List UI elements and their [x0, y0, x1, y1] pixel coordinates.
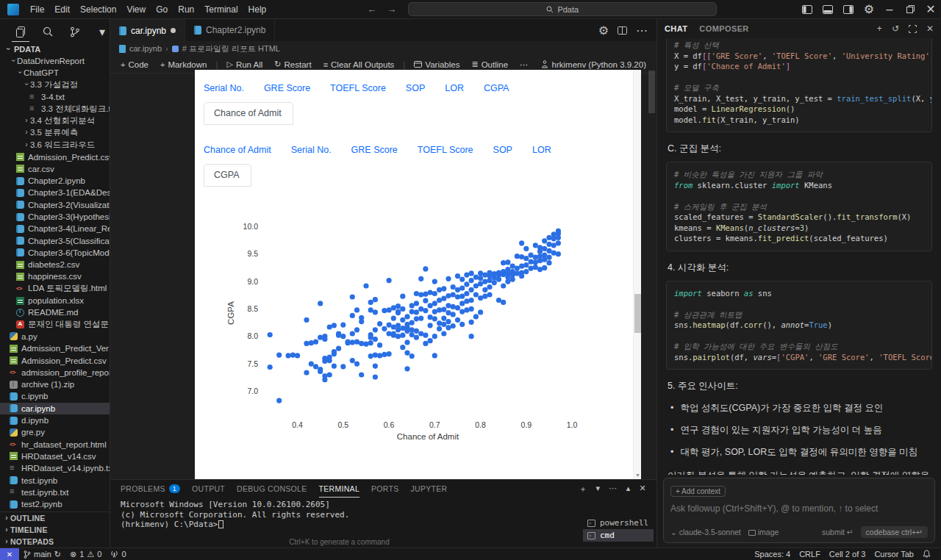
- tree-item-chapter3-4_linear_regre...[interactable]: Chapter3-4(Linear_Regre...: [0, 223, 110, 234]
- tree-item-chapter3-6_topicmodeli...[interactable]: Chapter3-6(TopicModeli...: [0, 247, 110, 259]
- menu-run[interactable]: Run: [173, 0, 199, 19]
- maximize-panel-icon[interactable]: ▴: [626, 484, 631, 495]
- report-tab-link-serial-no-[interactable]: Serial No.: [291, 142, 332, 158]
- close-panel-icon[interactable]: ✕: [639, 484, 646, 495]
- tree-item-3-4.txt[interactable]: 3-4.txt: [0, 91, 110, 103]
- tree-item-chapter3-5_classification...[interactable]: Chapter3-5(Classification...: [0, 234, 110, 246]
- tree-item-archive__1_.zip[interactable]: archive (1).zip: [0, 378, 110, 390]
- more-actions-icon[interactable]: ⋯: [636, 24, 648, 37]
- status-cursor-tab[interactable]: Cursor Tab: [870, 548, 918, 560]
- toolbar-more-icon[interactable]: ⋯: [515, 58, 533, 71]
- panel-more-icon[interactable]: ⋯: [609, 484, 617, 495]
- terminal-body[interactable]: Microsoft Windows [Version 10.0.26100.26…: [110, 498, 656, 548]
- clear-all-outputs-button[interactable]: ≡Clear All Outputs: [319, 59, 399, 71]
- toggle-panel-icon[interactable]: [817, 0, 838, 19]
- tree-item-chapter3-3_hypothesis_t...[interactable]: Chapter3-3(Hypothesis_t...: [0, 211, 110, 223]
- report-tab-link-gre-score[interactable]: GRE Score: [264, 80, 310, 96]
- menu-selection[interactable]: Selection: [75, 0, 121, 19]
- window-close-button[interactable]: ✕: [920, 0, 941, 19]
- breadcrumb-cell[interactable]: # 프로파일링 리포트 HTML: [182, 43, 280, 54]
- scroll-down-arrow-icon[interactable]: ▼: [635, 473, 640, 478]
- shell-item-cmd[interactable]: >cmd: [583, 529, 654, 542]
- tree-item-population.xlsx[interactable]: population.xlsx: [0, 295, 110, 306]
- problems-item[interactable]: ⊗1 ⚠0: [65, 548, 106, 560]
- tree-item-3.3_______.txt[interactable]: 3.3 전체대화링크.txt: [0, 103, 110, 115]
- tree-item-diabetes2.csv[interactable]: diabetes2.csv: [0, 259, 110, 270]
- tree-item-happiness.csv[interactable]: happiness.csv: [0, 270, 110, 282]
- model-selector[interactable]: ⌄ claude-3.5-sonnet: [670, 528, 741, 536]
- report-active-tab-cgpa[interactable]: CGPA: [204, 164, 251, 187]
- report-tab-link-chance-of-admit[interactable]: Chance of Admit: [204, 142, 271, 158]
- menu-go[interactable]: Go: [151, 0, 173, 19]
- tab-composer[interactable]: COMPOSER: [699, 24, 748, 33]
- tree-item-chapter2.ipynb[interactable]: Chapter2.ipynb: [0, 175, 110, 187]
- tree-item-a.py[interactable]: a.py: [0, 331, 110, 342]
- remote-indicator[interactable]: ✕: [0, 548, 19, 560]
- tree-item-3.3_____[interactable]: ›3.3 가설검정: [0, 79, 110, 91]
- expand-chat-icon[interactable]: [909, 25, 917, 33]
- tree-item-c.ipynb[interactable]: c.ipynb: [0, 390, 110, 402]
- tree-item-datadrivenreport[interactable]: ›DataDrivenReport: [0, 55, 110, 67]
- tree-item-lda______.html[interactable]: LDA 토픽모델링.html: [0, 283, 110, 295]
- search-icon[interactable]: [40, 24, 55, 39]
- tree-item-gre.py[interactable]: gre.py: [0, 426, 110, 438]
- window-restore-button[interactable]: [900, 0, 920, 19]
- tab-chat[interactable]: CHAT: [665, 24, 687, 33]
- report-tab-link-sop[interactable]: SOP: [493, 142, 512, 158]
- sync-icon[interactable]: ↻: [54, 550, 61, 559]
- chat-history-icon[interactable]: ↺: [892, 24, 899, 34]
- notifications-bell-icon[interactable]: [918, 548, 935, 560]
- tree-item-_____________...[interactable]: 문재인 대통령 연설문 선...: [0, 319, 110, 331]
- sidebar-section-timeline[interactable]: ›TIMELINE: [0, 524, 110, 536]
- sidebar-section-outline[interactable]: ›OUTLINE: [0, 512, 110, 524]
- add-markdown-cell-button[interactable]: +Markdown: [156, 59, 212, 71]
- panel-tab-ports[interactable]: PORTS: [371, 480, 398, 498]
- tree-item-chatgpt[interactable]: ›ChatGPT: [0, 67, 110, 79]
- report-tab-link-cgpa[interactable]: CGPA: [484, 80, 509, 96]
- outline-button[interactable]: ≣Outline: [467, 58, 512, 71]
- tree-item-admission_predict_ver1.1....[interactable]: Admission_Predict_Ver1.1....: [0, 342, 110, 354]
- ports-item[interactable]: 0: [106, 548, 130, 560]
- variables-button[interactable]: Variables: [409, 59, 464, 71]
- status-crlf[interactable]: CRLF: [795, 548, 825, 560]
- new-chat-icon[interactable]: +: [877, 24, 882, 34]
- close-chat-icon[interactable]: ✕: [926, 24, 934, 34]
- tree-item-test.ipynb[interactable]: test.ipynb: [0, 474, 110, 486]
- codebase-button[interactable]: codebase ctrl+↵: [861, 526, 928, 538]
- shell-item-powershell[interactable]: >powershell: [583, 517, 654, 529]
- tree-item-d.ipynb[interactable]: d.ipynb: [0, 414, 110, 426]
- history-forward-icon[interactable]: →: [387, 4, 396, 15]
- chat-message-area[interactable]: # 특성 선택X = df[['GRE Score', 'TOEFL Score…: [657, 38, 941, 475]
- more-views-chevron-icon[interactable]: ▾: [95, 24, 110, 39]
- attach-image-button[interactable]: image: [748, 528, 779, 536]
- tree-item-admission_predict.csv[interactable]: Admission_Predict.csv: [0, 354, 110, 366]
- split-editor-icon[interactable]: [618, 26, 627, 35]
- tree-item-3.5_____[interactable]: ›3.5 분류예측: [0, 127, 110, 139]
- source-control-icon[interactable]: [68, 24, 82, 39]
- toggle-secondary-sidebar-icon[interactable]: [838, 0, 859, 19]
- new-terminal-icon[interactable]: ＋: [579, 484, 587, 495]
- history-back-icon[interactable]: ←: [367, 4, 376, 15]
- tree-item-hr_dataset_report.html[interactable]: hr_dataset_report.html: [0, 439, 110, 450]
- menu-edit[interactable]: Edit: [49, 0, 75, 19]
- tree-item-chapter3-2_visualization_...[interactable]: Chapter3-2(Visualization)...: [0, 199, 110, 211]
- explorer-icon[interactable]: [13, 24, 28, 39]
- restart-kernel-button[interactable]: ↻Restart: [270, 58, 315, 71]
- tree-item-chapter3-1_eda_descrip...[interactable]: Chapter3-1(EDA&Descrip...: [0, 187, 110, 198]
- menu-terminal[interactable]: Terminal: [199, 0, 243, 19]
- chat-input-field[interactable]: [670, 503, 928, 514]
- notebook-kernel-gear-icon[interactable]: ⚙: [598, 24, 609, 37]
- command-search-box[interactable]: Pdata: [408, 2, 717, 16]
- add-context-chip[interactable]: + Add context: [670, 486, 726, 497]
- tree-item-test.ipynb.txt[interactable]: test.ipynb.txt: [0, 487, 110, 498]
- report-tab-link-gre-score[interactable]: GRE Score: [351, 142, 398, 158]
- workspace-root[interactable]: › PDATA: [0, 43, 110, 55]
- tree-item-car.csv[interactable]: car.csv: [0, 163, 110, 175]
- layout-settings-gear-icon[interactable]: ⚙: [859, 0, 879, 19]
- tree-item-car.ipynb[interactable]: car.ipynb: [0, 403, 110, 414]
- window-minimize-button[interactable]: –: [879, 0, 900, 19]
- tree-item-admission_predict.csv[interactable]: Admission_Predict.csv: [0, 151, 110, 162]
- git-branch-item[interactable]: main ↻: [19, 548, 65, 560]
- report-active-tab-chance-of-admit[interactable]: Chance of Admit: [204, 102, 293, 125]
- kernel-picker[interactable]: hrkimenv (Python 3.9.20): [541, 60, 656, 69]
